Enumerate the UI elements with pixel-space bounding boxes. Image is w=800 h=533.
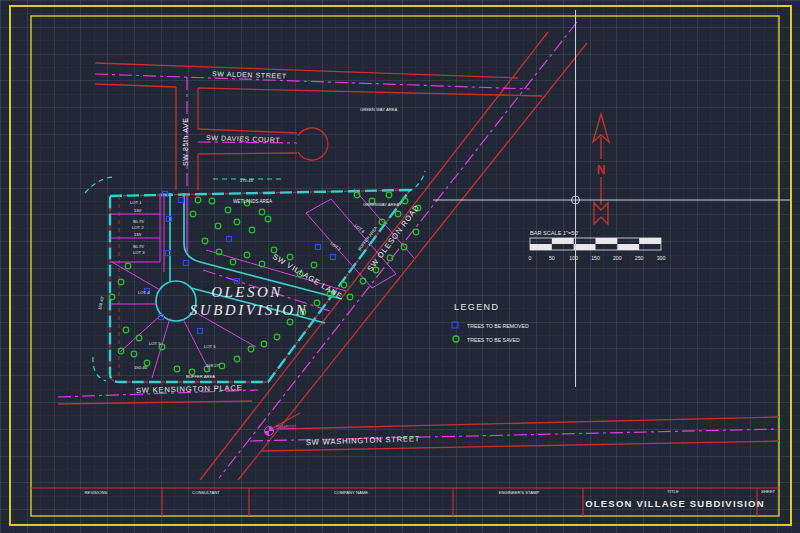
bar-scale-tick: 200 xyxy=(613,255,622,261)
tree-saved-icon xyxy=(195,197,201,203)
subdivision-name-line1: OLESON xyxy=(211,284,283,300)
titleblock-stamp-label: ENGINEER'S STAMP xyxy=(499,490,540,495)
tree-saved-icon xyxy=(360,278,366,284)
titleblock-consultant-label: CONSULTANT xyxy=(192,490,220,495)
cad-viewport[interactable]: REVISIONS CONSULTANT COMPANY NAME ENGINE… xyxy=(0,0,800,533)
tree-saved-icon xyxy=(386,192,392,198)
tree-saved-icon xyxy=(274,334,280,340)
area-label-greenway: GREENWAY AREA xyxy=(363,202,399,207)
bar-scale-tick: 300 xyxy=(657,255,666,261)
legend-saved-label: TREES TO BE SAVED xyxy=(467,337,520,343)
tree-saved-icon xyxy=(249,227,255,233)
lot-label-6: LOT 6 xyxy=(204,344,216,349)
tree-saved-icon xyxy=(261,341,267,347)
legend-saved-icon xyxy=(453,336,459,342)
bar-scale-cell xyxy=(530,244,552,250)
lot-label-7: LOT 7 xyxy=(329,241,342,252)
area-label-wetlands: WETLANDS AREA xyxy=(233,199,273,204)
tree-saved-icon xyxy=(230,259,236,265)
legend-title: LEGEND xyxy=(454,302,499,312)
legend-removed-label: TREES TO BE REMOVED xyxy=(467,323,529,329)
bar-scale-cell xyxy=(595,238,617,244)
street-label-85th: SW 85th AVE xyxy=(182,118,189,167)
tree-saved-icon xyxy=(413,229,419,235)
crosshair-cursor xyxy=(433,10,790,387)
dim-16827: 168.27' xyxy=(206,363,220,368)
dim-boundary-top: 270.43' xyxy=(240,178,254,183)
tree-saved-icon xyxy=(311,262,317,268)
titleblock-title-label: TITLE xyxy=(667,489,679,494)
tree-saved-icon xyxy=(174,366,180,372)
bar-scale-cell xyxy=(552,238,574,244)
tree-saved-icon xyxy=(265,216,271,222)
area-label-greenway-top: GREEN WAY AREA xyxy=(360,107,398,112)
tree-saved-icon xyxy=(215,223,221,229)
bar-scale-cell xyxy=(639,238,661,244)
lot-label-2: LOT 2 xyxy=(132,225,144,230)
titleblock-revisions-label: REVISIONS xyxy=(85,490,108,495)
tree-saved-icon xyxy=(347,294,353,300)
tree-saved-icon xyxy=(259,209,265,215)
benchmark-symbol xyxy=(265,427,274,436)
bar-scale-tick: 250 xyxy=(635,255,644,261)
titleblock-company-label: COMPANY NAME xyxy=(334,490,368,495)
tree-removed-icon xyxy=(331,255,336,260)
tree-saved-icon xyxy=(244,252,250,258)
tree-saved-icon xyxy=(234,219,240,225)
sheet-border xyxy=(10,6,791,525)
tree-saved-icon xyxy=(190,211,196,217)
tree-saved-icon xyxy=(123,327,129,333)
tree-removed-icon xyxy=(198,329,203,334)
bar-scale-cell xyxy=(574,244,596,250)
tree-saved-icon xyxy=(234,356,240,362)
bar-scale-label: BAR SCALE 1"=50' xyxy=(530,230,579,236)
subdivision-name-line2: SUBDIVISION xyxy=(190,302,308,318)
bar-scale-cell xyxy=(617,244,639,250)
dim-16843: 168.43' xyxy=(97,296,105,311)
area-label-buffer: BUFFER AREA xyxy=(186,374,215,379)
tree-removed-icon xyxy=(179,198,184,203)
benchmark-label: BM#B332 xyxy=(276,425,297,430)
tree-saved-icon xyxy=(379,219,385,225)
tree-removed-icon xyxy=(184,261,189,266)
dim-8075b: 80.75' xyxy=(133,244,144,249)
tree-saved-icon xyxy=(125,263,131,269)
bar-scale-tick: 150 xyxy=(591,255,600,261)
tree-saved-icon xyxy=(219,363,225,369)
drawing-canvas: REVISIONS CONSULTANT COMPANY NAME ENGINE… xyxy=(0,0,800,533)
tree-saved-icon xyxy=(395,211,401,217)
street-label-kensington: SW KENSINGTON PLACE xyxy=(136,383,243,395)
bar-scale: 050100150200250300 xyxy=(529,238,666,261)
titleblock-sheet-label: SHEET xyxy=(761,489,775,494)
tree-removed-icon xyxy=(316,245,321,250)
bar-scale-tick: 0 xyxy=(529,255,532,261)
dim-135: 135' xyxy=(134,232,142,237)
dim-130: 130' xyxy=(134,208,142,213)
tree-saved-icon xyxy=(118,279,124,285)
tree-saved-icon xyxy=(341,282,347,288)
tree-saved-icon xyxy=(131,351,137,357)
bar-scale-tick: 50 xyxy=(549,255,555,261)
tree-saved-icon xyxy=(202,238,208,244)
lot-label-5: LOT 5 xyxy=(149,341,161,346)
lot-label-4: LOT 4 xyxy=(138,290,150,295)
dim-15046: 150.46' xyxy=(134,365,148,370)
north-arrow-label: N xyxy=(597,163,606,177)
bar-scale-tick: 100 xyxy=(569,255,578,261)
dim-8075: 80.75' xyxy=(133,219,144,224)
tree-saved-icon xyxy=(136,335,142,341)
tree-saved-icon xyxy=(225,207,231,213)
tree-saved-icon xyxy=(248,346,254,352)
tree-saved-icon xyxy=(209,198,215,204)
street-label-washington: SW WASHINGTON STREET xyxy=(306,434,421,447)
sheet-title: OLESON VILLAGE SUBDIVISION xyxy=(585,498,765,509)
legend-removed-icon xyxy=(452,322,458,328)
tree-removed-icon xyxy=(227,237,232,242)
tree-saved-icon xyxy=(287,319,293,325)
lot-label-1: LOT 1 xyxy=(130,200,142,205)
tree-saved-icon xyxy=(314,300,320,306)
lot-label-3: LOT 3 xyxy=(133,250,145,255)
